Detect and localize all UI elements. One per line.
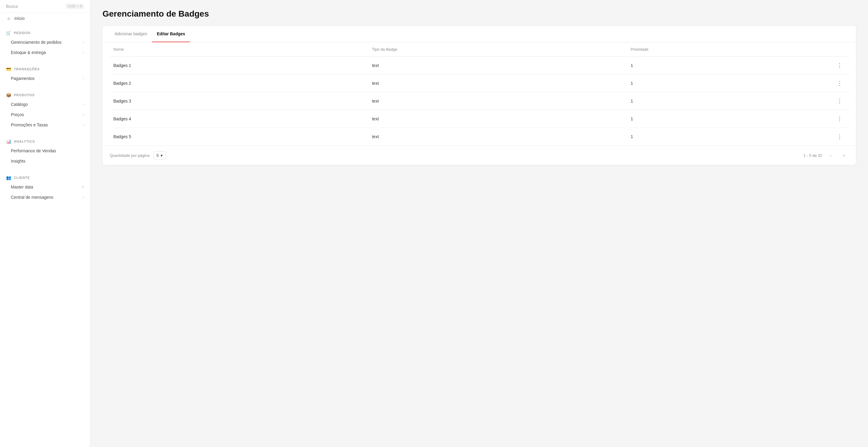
badge-nome-2: Badges 2: [110, 74, 368, 92]
cliente-section-icon: 👥: [6, 175, 11, 180]
produtos-section-title: PRODUTOS: [14, 93, 35, 97]
badge-tipo-4: text: [368, 110, 627, 128]
table-row: Badges 1text1⋮: [110, 57, 849, 74]
badge-tipo-2: text: [368, 74, 627, 92]
pagination-right: 1 - 5 de 32 ‹ ›: [804, 150, 849, 160]
sidebar-item-promocoes-taxas[interactable]: Promoções e Taxas›: [0, 120, 90, 130]
per-page-label: Quantidade por página: [110, 153, 150, 158]
pagination-bar: Quantidade por página 5 ▾ 1 - 5 de 32 ‹ …: [102, 145, 856, 165]
tabs: Adicionar badgesEditar Badges: [102, 26, 856, 42]
badge-prioridade-5: 1: [627, 128, 775, 146]
more-options-button-4[interactable]: ⋮: [835, 115, 845, 123]
chevron-right-icon: ›: [83, 102, 84, 107]
table-body: Badges 1text1⋮Badges 2text1⋮Badges 3text…: [110, 57, 849, 146]
per-page-container: Quantidade por página 5 ▾: [110, 151, 166, 159]
external-link-icon: ↗: [81, 185, 84, 189]
sidebar-item-central-mensagens[interactable]: Central de mensagens›: [0, 192, 90, 202]
pagination-info: 1 - 5 de 32: [804, 153, 822, 158]
per-page-value: 5: [156, 153, 158, 158]
transacoes-section-icon: 💳: [6, 67, 11, 71]
sidebar-item-performance-vendas[interactable]: Performance de Vendas: [0, 146, 90, 156]
table-row: Badges 2text1⋮: [110, 74, 849, 92]
chevron-right-icon: ›: [83, 123, 84, 127]
sidebar-item-inicio[interactable]: ⌂ Início: [0, 13, 90, 24]
analytics-section-title: ANALYTICS: [14, 140, 35, 143]
badge-prioridade-2: 1: [627, 74, 775, 92]
pedidos-section-title: PEDIDOS: [14, 31, 31, 35]
badge-nome-4: Badges 4: [110, 110, 368, 128]
badge-actions-1: ⋮: [775, 57, 849, 74]
badge-tipo-5: text: [368, 128, 627, 146]
sidebar-section-transacoes: 💳TRANSAÇÕESPagamentos›: [0, 60, 90, 86]
badge-nome-5: Badges 5: [110, 128, 368, 146]
next-page-button[interactable]: ›: [839, 150, 849, 160]
section-label-analytics: 📊ANALYTICS: [0, 137, 90, 146]
tab-editar-badges[interactable]: Editar Badges: [152, 26, 190, 42]
sidebar-section-produtos: 📦PRODUTOSCatálogo›Preços›Promoções e Tax…: [0, 86, 90, 132]
sidebar-item-label-master-data: Master data: [11, 185, 33, 189]
table-container: Nome Tipo da Badge Prioridade Badges 1te…: [102, 42, 856, 145]
sidebar-item-label-central-mensagens: Central de mensagens: [11, 195, 53, 200]
badge-nome-3: Badges 3: [110, 92, 368, 110]
badge-nome-1: Badges 1: [110, 57, 368, 74]
col-header-actions: [775, 42, 849, 57]
main-content: Gerenciamento de Badges Adicionar badges…: [90, 0, 868, 447]
badges-table: Nome Tipo da Badge Prioridade Badges 1te…: [110, 42, 849, 145]
sidebar-item-gerenciamento-pedidos[interactable]: Gerenciamento de pedidos›: [0, 37, 90, 47]
sidebar-section-analytics: 📊ANALYTICSPerformance de VendasInsights: [0, 132, 90, 169]
chevron-down-icon: ▾: [161, 153, 163, 158]
produtos-section-icon: 📦: [6, 93, 11, 97]
sidebar-item-pagamentos[interactable]: Pagamentos›: [0, 73, 90, 84]
badge-actions-4: ⋮: [775, 110, 849, 128]
sidebar-section-pedidos: 🛒PEDIDOSGerenciamento de pedidos›Estoque…: [0, 24, 90, 60]
more-options-button-5[interactable]: ⋮: [835, 133, 845, 141]
section-label-produtos: 📦PRODUTOS: [0, 91, 90, 99]
chevron-right-icon: ›: [83, 195, 84, 199]
per-page-select[interactable]: 5 ▾: [153, 151, 166, 159]
sidebar-item-label-gerenciamento-pedidos: Gerenciamento de pedidos: [11, 40, 61, 44]
home-label: Início: [14, 16, 24, 21]
badge-actions-2: ⋮: [775, 74, 849, 92]
more-options-button-3[interactable]: ⋮: [835, 97, 845, 105]
badge-prioridade-3: 1: [627, 92, 775, 110]
more-options-button-1[interactable]: ⋮: [835, 62, 845, 69]
search-bar[interactable]: Busca CMD + K: [0, 0, 90, 13]
section-label-transacoes: 💳TRANSAÇÕES: [0, 65, 90, 73]
pedidos-section-icon: 🛒: [6, 30, 11, 35]
chevron-right-icon: ›: [83, 50, 84, 55]
chevron-right-icon: ›: [83, 76, 84, 81]
badge-actions-3: ⋮: [775, 92, 849, 110]
transacoes-section-title: TRANSAÇÕES: [14, 67, 40, 71]
prev-page-button[interactable]: ‹: [826, 150, 835, 160]
home-icon: ⌂: [6, 16, 11, 21]
sidebar-item-label-catalogo: Catálogo: [11, 102, 28, 107]
sidebar-item-insights[interactable]: Insights: [0, 156, 90, 166]
sidebar-item-label-pagamentos: Pagamentos: [11, 76, 35, 81]
chevron-right-icon: ›: [83, 40, 84, 44]
col-header-tipo: Tipo da Badge: [368, 42, 627, 57]
section-label-cliente: 👥CLIENTE: [0, 173, 90, 182]
table-row: Badges 3text1⋮: [110, 92, 849, 110]
badges-card: Adicionar badgesEditar Badges Nome Tipo …: [102, 26, 856, 165]
badge-prioridade-4: 1: [627, 110, 775, 128]
search-placeholder: Busca: [6, 4, 18, 9]
sidebar-item-precos[interactable]: Preços›: [0, 110, 90, 120]
badge-prioridade-1: 1: [627, 57, 775, 74]
analytics-section-icon: 📊: [6, 139, 11, 144]
chevron-right-icon: ›: [83, 113, 84, 117]
badge-actions-5: ⋮: [775, 128, 849, 146]
sidebar-item-label-promocoes-taxas: Promoções e Taxas: [11, 122, 48, 127]
table-row: Badges 4text1⋮: [110, 110, 849, 128]
sidebar-item-estoque-entrega[interactable]: Estoque & entrega›: [0, 47, 90, 58]
sidebar-item-master-data[interactable]: Master data↗: [0, 182, 90, 192]
badge-tipo-3: text: [368, 92, 627, 110]
more-options-button-2[interactable]: ⋮: [835, 79, 845, 87]
section-label-pedidos: 🛒PEDIDOS: [0, 29, 90, 37]
sidebar-item-label-insights: Insights: [11, 159, 25, 163]
sidebar-item-label-precos: Preços: [11, 112, 24, 117]
sidebar-item-catalogo[interactable]: Catálogo›: [0, 99, 90, 110]
tab-adicionar-badges[interactable]: Adicionar badges: [110, 26, 152, 42]
sidebar-item-label-estoque-entrega: Estoque & entrega: [11, 50, 46, 55]
sidebar-section-cliente: 👥CLIENTEMaster data↗Central de mensagens…: [0, 169, 90, 205]
table-row: Badges 5text1⋮: [110, 128, 849, 146]
